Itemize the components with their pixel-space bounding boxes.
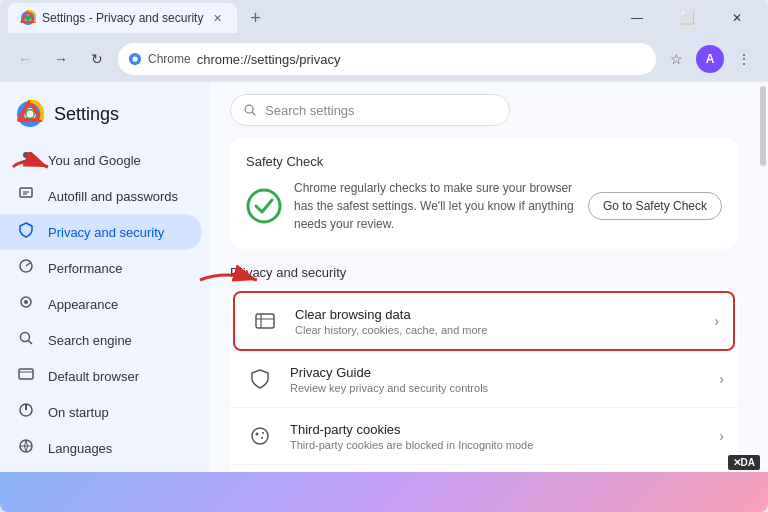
safety-check-title: Safety Check (246, 154, 722, 169)
minimize-btn[interactable]: — (614, 2, 660, 34)
maximize-btn[interactable]: ⬜ (664, 2, 710, 34)
svg-point-17 (21, 333, 30, 342)
clear-browsing-title: Clear browsing data (295, 307, 700, 322)
sidebar-label-appearance: Appearance (48, 297, 118, 312)
url-chrome-label: Chrome (148, 52, 191, 66)
settings-header: Settings (0, 94, 210, 142)
sidebar-label-on-startup: On startup (48, 405, 109, 420)
sidebar-label-you-and-google: You and Google (48, 153, 141, 168)
privacy-guide-icon (244, 363, 276, 395)
back-btn[interactable]: ← (10, 44, 40, 74)
sidebar-label-search: Search engine (48, 333, 132, 348)
tab-area: Settings - Privacy and security ✕ + (8, 3, 610, 33)
sidebar-item-search[interactable]: Search engine (0, 322, 202, 358)
address-bar-actions: ☆ A ⋮ (662, 45, 758, 73)
url-bar[interactable]: Chrome chrome://settings/privacy (118, 43, 656, 75)
svg-point-46 (262, 432, 264, 434)
reload-btn[interactable]: ↻ (82, 44, 112, 74)
svg-rect-19 (19, 369, 33, 379)
clear-browsing-arrow: › (714, 313, 719, 329)
settings-title: Settings (54, 104, 119, 125)
cookies-text: Third-party cookies Third-party cookies … (290, 422, 705, 451)
browser-window: Settings - Privacy and security ✕ + — ⬜ … (0, 0, 768, 512)
sidebar-item-performance[interactable]: Performance (0, 250, 202, 286)
default-browser-icon (16, 366, 36, 386)
tab-label: Settings - Privacy and security (42, 11, 203, 25)
svg-point-37 (245, 105, 253, 113)
safety-check-text: Chrome regularly checks to make sure you… (294, 179, 576, 233)
sidebar-item-default-browser[interactable]: Default browser (0, 358, 202, 394)
svg-point-9 (23, 152, 29, 158)
title-bar: Settings - Privacy and security ✕ + — ⬜ … (0, 0, 768, 36)
on-startup-icon (16, 402, 36, 422)
privacy-section-title: Privacy and security (230, 265, 738, 280)
scroll-thumb[interactable] (760, 86, 766, 166)
svg-point-45 (261, 437, 263, 439)
xda-text: ✕DA (733, 457, 755, 468)
scrollbar[interactable] (758, 82, 768, 472)
clear-browsing-item[interactable]: Clear browsing data Clear history, cooki… (233, 291, 735, 351)
privacy-guide-text: Privacy Guide Review key privacy and sec… (290, 365, 705, 394)
url-text: chrome://settings/privacy (197, 52, 646, 67)
svg-point-43 (252, 428, 268, 444)
svg-point-39 (248, 190, 280, 222)
privacy-guide-title: Privacy Guide (290, 365, 705, 380)
search-icon (243, 103, 257, 117)
sidebar-label-performance: Performance (48, 261, 122, 276)
sidebar-label-privacy: Privacy and security (48, 225, 164, 240)
cookies-icon (244, 420, 276, 452)
window-controls: — ⬜ ✕ (614, 2, 760, 34)
sidebar-item-languages[interactable]: Languages (0, 430, 202, 466)
ad-privacy-item[interactable]: AD Ad privacy Customize the info used by… (230, 465, 738, 472)
tab-favicon (20, 10, 36, 26)
sidebar-label-autofill: Autofill and passwords (48, 189, 178, 204)
main-content: Settings You and Google Autofill and pas… (0, 82, 768, 472)
sidebar-item-autofill[interactable]: Autofill and passwords (0, 178, 202, 214)
sidebar-label-default-browser: Default browser (48, 369, 139, 384)
clear-browsing-text: Clear browsing data Clear history, cooki… (295, 307, 700, 336)
safety-check-body: Chrome regularly checks to make sure you… (246, 179, 722, 233)
new-tab-btn[interactable]: + (241, 4, 269, 32)
clear-browsing-icon (249, 305, 281, 337)
url-chrome-icon (128, 52, 142, 66)
safety-check-btn[interactable]: Go to Safety Check (588, 192, 722, 220)
forward-btn[interactable]: → (46, 44, 76, 74)
chrome-logo (16, 100, 44, 128)
sidebar-item-on-startup[interactable]: On startup (0, 394, 202, 430)
address-bar: ← → ↻ Chrome chrome://settings/privacy ☆… (0, 36, 768, 82)
content-area: Search settings Safety Check Chrome regu… (210, 82, 758, 472)
appearance-icon (16, 294, 36, 314)
you-and-google-icon (16, 150, 36, 170)
safety-check-card: Safety Check Chrome regularly checks to … (230, 138, 738, 249)
performance-icon (16, 258, 36, 278)
profile-btn[interactable]: A (696, 45, 724, 73)
search-bar-wrap: Search settings (230, 82, 738, 138)
svg-point-8 (27, 111, 34, 118)
search-input[interactable]: Search settings (230, 94, 510, 126)
autofill-icon (16, 186, 36, 206)
cookies-title: Third-party cookies (290, 422, 705, 437)
bookmark-btn[interactable]: ☆ (662, 45, 690, 73)
svg-point-16 (24, 300, 28, 304)
cookies-arrow: › (719, 428, 724, 444)
svg-point-2 (25, 15, 31, 21)
sidebar: Settings You and Google Autofill and pas… (0, 82, 210, 472)
svg-point-4 (132, 56, 137, 61)
close-btn[interactable]: ✕ (714, 2, 760, 34)
sidebar-item-appearance[interactable]: Appearance (0, 286, 202, 322)
sidebar-label-languages: Languages (48, 441, 112, 456)
svg-line-14 (26, 263, 30, 266)
safety-check-icon (246, 188, 282, 224)
cookies-subtitle: Third-party cookies are blocked in Incog… (290, 439, 705, 451)
third-party-cookies-item[interactable]: Third-party cookies Third-party cookies … (230, 408, 738, 465)
sidebar-item-you-and-google[interactable]: You and Google (0, 142, 202, 178)
svg-line-38 (252, 112, 255, 115)
svg-line-18 (29, 341, 33, 345)
active-tab[interactable]: Settings - Privacy and security ✕ (8, 3, 237, 33)
sidebar-item-privacy[interactable]: Privacy and security (0, 214, 202, 250)
tab-close-btn[interactable]: ✕ (209, 10, 225, 26)
privacy-guide-arrow: › (719, 371, 724, 387)
privacy-guide-item[interactable]: Privacy Guide Review key privacy and sec… (230, 351, 738, 408)
search-engine-icon (16, 330, 36, 350)
menu-btn[interactable]: ⋮ (730, 45, 758, 73)
